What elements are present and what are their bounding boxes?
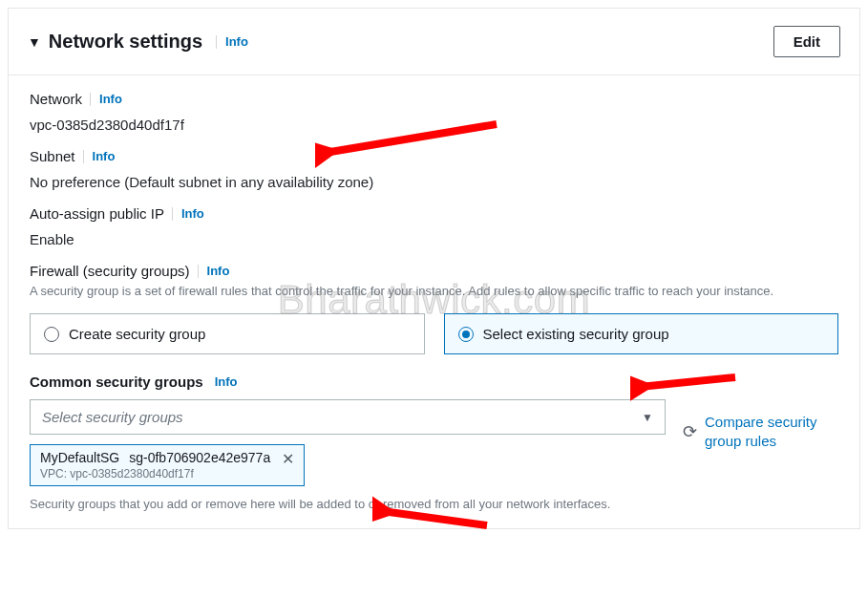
network-label: Network (30, 91, 82, 107)
autoip-label: Auto-assign public IP (30, 205, 164, 222)
network-settings-panel: ▼ Network settings Info Edit Network Inf… (8, 8, 860, 529)
compare-rules-link[interactable]: Compare security group rules (705, 413, 838, 452)
firewall-help-text: A security group is a set of firewall ru… (30, 283, 838, 300)
subnet-label-row: Subnet Info (30, 148, 838, 164)
panel-body: Network Info vpc-0385d2380d40df17f Subne… (9, 75, 859, 528)
radio-icon (458, 327, 474, 342)
autoip-value: Enable (30, 231, 838, 247)
firewall-radio-row: Create security group Select existing se… (30, 313, 838, 354)
subnet-value: No preference (Default subnet in any ava… (30, 174, 838, 190)
network-value: vpc-0385d2380d40df17f (30, 117, 838, 133)
firewall-label-row: Firewall (security groups) Info (30, 263, 838, 279)
subnet-info-link[interactable]: Info (83, 149, 116, 163)
common-sg-info-link[interactable]: Info (211, 374, 238, 389)
panel-title: Network settings (49, 31, 202, 53)
collapse-caret-icon[interactable]: ▼ (28, 35, 41, 49)
autoip-label-row: Auto-assign public IP Info (30, 205, 838, 222)
sg-token-vpc: VPC: vpc-0385d2380d40df17f (40, 467, 270, 481)
network-label-row: Network Info (30, 91, 838, 107)
refresh-icon[interactable]: ⟳ (683, 421, 697, 442)
radio-label: Create security group (69, 326, 205, 342)
sg-select-placeholder: Select security groups (42, 409, 183, 425)
subnet-label: Subnet (30, 148, 75, 164)
common-sg-label: Common security groups (30, 374, 203, 390)
sg-footer-text: Security groups that you add or remove h… (30, 496, 666, 513)
close-icon[interactable]: ✕ (280, 450, 296, 468)
radio-select-existing-sg[interactable]: Select existing security group (444, 313, 839, 354)
radio-label: Select existing security group (483, 326, 669, 342)
radio-create-sg[interactable]: Create security group (30, 313, 425, 354)
common-sg-label-row: Common security groups Info (30, 374, 838, 390)
sg-row: Select security groups ▼ MyDefaultSG sg-… (30, 399, 838, 513)
sg-token-id: sg-0fb706902e42e977a (129, 450, 270, 465)
sg-token: MyDefaultSG sg-0fb706902e42e977a VPC: vp… (30, 444, 305, 486)
network-info-link[interactable]: Info (90, 92, 122, 106)
edit-button[interactable]: Edit (773, 26, 840, 57)
firewall-label: Firewall (security groups) (30, 263, 190, 279)
panel-header: ▼ Network settings Info Edit (9, 9, 859, 75)
sg-select[interactable]: Select security groups ▼ (30, 399, 666, 435)
header-info-link[interactable]: Info (216, 34, 248, 49)
firewall-info-link[interactable]: Info (198, 264, 230, 278)
autoip-info-link[interactable]: Info (172, 206, 204, 221)
sg-token-name: MyDefaultSG (40, 450, 119, 465)
chevron-down-icon: ▼ (642, 411, 653, 424)
radio-icon (44, 327, 59, 342)
